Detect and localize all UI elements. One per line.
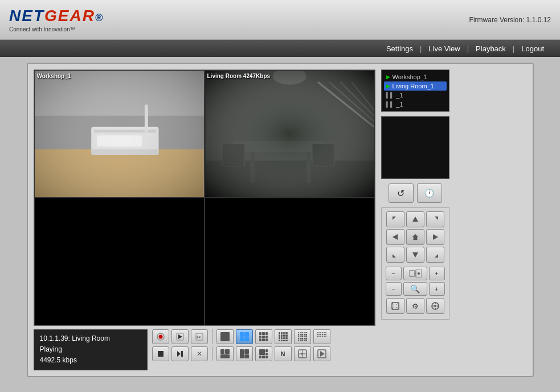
svg-marker-29 — [178, 334, 182, 339]
cam-label-1: Workshop_1 — [393, 74, 428, 80]
svg-rect-50 — [409, 271, 415, 276]
main-panel: Workshop_1 — [27, 63, 534, 377]
camera-list-item-4[interactable]: ▌▌ _1 — [384, 100, 447, 109]
focus-plus-button[interactable]: + — [429, 282, 445, 296]
status-state: Playing — [40, 344, 141, 355]
reload-buttons: ↺ 🕐 — [381, 183, 449, 203]
separator-2 — [212, 346, 212, 361]
layout-2x2-button[interactable] — [236, 329, 253, 344]
zoom-plus-button[interactable]: + — [429, 267, 445, 280]
zoom-minus-button[interactable]: − — [386, 267, 402, 280]
refresh-button[interactable]: ↺ — [389, 183, 414, 203]
camera-list-item-3[interactable]: ▌▌ _1 — [384, 91, 447, 100]
zoom-row: − + — [385, 267, 445, 280]
status-info: 10.1.1.39: Living Room Playing 4492.5 kb… — [34, 329, 148, 370]
focus-auto-button[interactable]: 🔍 — [403, 282, 427, 296]
living-room-label: Living Room 4247Kbps — [207, 73, 271, 79]
history-button[interactable]: 🕐 — [417, 183, 442, 203]
cam-rec-icon-3: ▌▌ — [386, 92, 394, 98]
logo: NETGEAR® — [9, 7, 104, 25]
special-layout-N-button[interactable]: N — [275, 346, 292, 361]
ptz-row-mid — [385, 229, 445, 245]
svg-rect-25 — [205, 71, 374, 197]
camera-list: ▶ Workshop_1 ▶ Living Room_1 ▌▌ _1 — [381, 70, 449, 112]
status-bar: 10.1.1.39: Living Room Playing 4492.5 kb… — [34, 329, 375, 370]
separator-1 — [212, 329, 212, 344]
stop-button[interactable] — [152, 346, 169, 361]
controls-bar: ✂ — [152, 329, 330, 361]
ptz-left-button[interactable] — [386, 229, 404, 245]
cam-play-icon-2: ▶ — [386, 83, 390, 89]
ptz-down-button[interactable] — [406, 247, 424, 263]
close-button[interactable]: ✕ — [191, 346, 208, 361]
ptz-upright-button[interactable] — [426, 211, 444, 227]
layout-3x3-button[interactable] — [255, 329, 272, 344]
header: NETGEAR® Connect with Innovation™ Firmwa… — [0, 0, 560, 40]
special-layout-2-button[interactable] — [236, 346, 253, 361]
ptz-panel: − + − 🔍 — [381, 207, 449, 320]
svg-point-53 — [418, 272, 420, 275]
camera-cell-3[interactable] — [34, 198, 205, 325]
preset-goto-button[interactable] — [426, 298, 444, 314]
status-bitrate: 4492.5 kbps — [40, 355, 141, 366]
logo-tagline: Connect with Innovation™ — [9, 26, 104, 32]
layout-4x4-button[interactable] — [275, 329, 292, 344]
svg-marker-33 — [177, 351, 181, 357]
svg-marker-49 — [435, 254, 438, 258]
nav-settings[interactable]: Settings — [379, 44, 420, 53]
firmware-version: Firmware Version: 1.1.0.12 — [469, 16, 551, 24]
video-grid: Workshop_1 — [34, 70, 375, 326]
view-expand-button[interactable] — [386, 298, 404, 314]
ptz-upleft-button[interactable] — [386, 211, 404, 227]
layout-1x1-button[interactable] — [216, 329, 234, 344]
step-forward-button[interactable] — [171, 346, 189, 361]
special-layout-3-button[interactable] — [255, 346, 272, 361]
control-row-1: ✂ — [152, 329, 330, 344]
svg-rect-32 — [158, 351, 163, 357]
cam-rec-icon-4: ▌▌ — [386, 101, 394, 107]
navbar: Settings | Live View | Playback | Logout — [0, 40, 560, 57]
svg-point-60 — [434, 305, 436, 307]
layout-6x6-button[interactable] — [313, 329, 330, 344]
ptz-downright-button[interactable] — [426, 247, 444, 263]
ptz-downleft-button[interactable] — [386, 247, 404, 263]
svg-rect-10 — [35, 71, 203, 197]
ptz-home-button[interactable] — [406, 229, 424, 245]
camera-list-item-workshop[interactable]: ▶ Workshop_1 — [384, 72, 447, 81]
svg-marker-46 — [433, 234, 438, 240]
focus-minus-button[interactable]: − — [386, 282, 402, 296]
special-layout-6-button[interactable] — [313, 346, 330, 361]
svg-marker-40 — [320, 351, 325, 357]
main-content: Workshop_1 — [0, 57, 560, 383]
ptz-right-button[interactable] — [426, 229, 444, 245]
svg-marker-48 — [412, 252, 418, 258]
cam-label-3: _1 — [396, 92, 403, 99]
svg-marker-41 — [393, 217, 396, 220]
svg-point-27 — [158, 335, 162, 339]
preset-set-button[interactable]: ⚙ — [406, 298, 424, 314]
cam-label-4: _1 — [396, 101, 403, 108]
camera-cell-living[interactable]: Living Room 4247Kbps — [205, 70, 375, 198]
tools-button[interactable]: ✂ — [191, 329, 208, 344]
svg-marker-44 — [393, 234, 398, 240]
zoom-wide-button[interactable] — [403, 267, 427, 280]
camera-cell-workshop[interactable]: Workshop_1 — [34, 70, 205, 198]
play-button[interactable] — [171, 329, 189, 344]
nav-live-view[interactable]: Live View — [422, 44, 467, 53]
svg-marker-43 — [435, 217, 438, 220]
layout-5x5-button[interactable] — [294, 329, 311, 344]
ptz-row-up — [385, 211, 445, 227]
svg-marker-42 — [412, 217, 418, 222]
special-layout-5-button[interactable] — [294, 346, 311, 361]
nav-playback[interactable]: Playback — [469, 44, 513, 53]
camera-list-item-living[interactable]: ▶ Living Room_1 — [384, 81, 447, 91]
status-ip: 10.1.1.39: Living Room — [40, 333, 141, 344]
preview-area — [381, 116, 449, 179]
camera-cell-4[interactable] — [205, 198, 375, 325]
ptz-up-button[interactable] — [406, 211, 424, 227]
nav-logout[interactable]: Logout — [514, 44, 551, 53]
record-button[interactable] — [152, 329, 169, 344]
special-layout-1-button[interactable] — [216, 346, 234, 361]
focus-row: − 🔍 + — [385, 282, 445, 296]
right-panel: ▶ Workshop_1 ▶ Living Room_1 ▌▌ _1 — [381, 70, 449, 370]
